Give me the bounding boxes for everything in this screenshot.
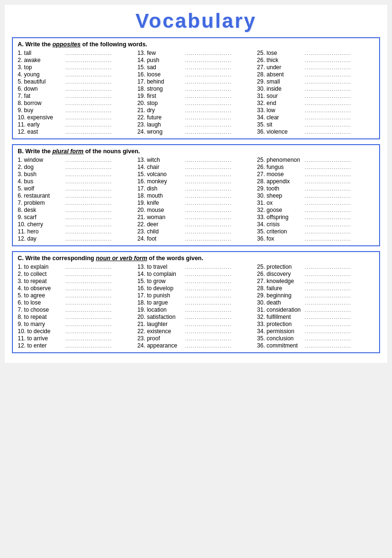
item-label: 36. violence [257, 128, 305, 135]
list-item: 36. commitment........................ [257, 342, 374, 349]
answer-dots: ........................ [305, 122, 351, 127]
section-c-title: C. Write the corresponding noun or verb … [18, 255, 374, 262]
list-item: 16. monkey........................ [138, 178, 255, 185]
answer-dots: ........................ [65, 321, 112, 327]
answer-dots: ........................ [305, 278, 351, 284]
item-label: 10. to decide [18, 328, 65, 335]
list-item: 3. top........................ [18, 64, 135, 71]
answer-dots: ........................ [185, 307, 232, 313]
answer-dots: ........................ [185, 328, 232, 334]
list-item: 35. criterion........................ [257, 228, 374, 235]
list-item: 28. absent........................ [257, 71, 374, 78]
list-item: 4. bus........................ [18, 178, 135, 185]
list-item: 23. proof........................ [138, 335, 255, 342]
list-item: 7. fat........................ [18, 93, 135, 99]
answer-dots: ........................ [185, 107, 232, 113]
list-item: 31. consideration.......................… [257, 306, 374, 313]
answer-dots: ........................ [65, 186, 112, 191]
section-c-col1: 1. to explain........................2. … [18, 263, 135, 349]
list-item: 25. lose........................ [257, 50, 374, 56]
answer-dots: ........................ [305, 129, 351, 135]
item-label: 33. offspring [257, 214, 305, 221]
answer-dots: ........................ [65, 343, 112, 348]
item-label: 26. thick [257, 57, 305, 63]
answer-dots: ........................ [185, 214, 232, 220]
answer-dots: ........................ [305, 336, 351, 341]
answer-dots: ........................ [185, 264, 232, 270]
answer-dots: ........................ [185, 164, 232, 170]
answer-dots: ........................ [65, 307, 112, 313]
item-label: 23. child [138, 228, 185, 235]
item-label: 22. future [138, 114, 185, 121]
answer-dots: ........................ [305, 285, 351, 291]
item-label: 1. tall [18, 50, 65, 56]
answer-dots: ........................ [65, 179, 112, 184]
section-a-col1: 1. tall........................2. awake.… [18, 50, 135, 136]
answer-dots: ........................ [305, 328, 351, 334]
answer-dots: ........................ [65, 271, 112, 277]
answer-dots: ........................ [65, 72, 112, 77]
list-item: 24. appearance........................ [138, 342, 255, 349]
answer-dots: ........................ [185, 64, 232, 70]
item-label: 25. phenomenon [257, 157, 305, 163]
answer-dots: ........................ [305, 293, 351, 298]
section-a-grid: 1. tall........................2. awake.… [18, 50, 374, 136]
answer-dots: ........................ [65, 293, 112, 298]
section-b-grid: 1. window........................2. dog.… [18, 157, 374, 242]
list-item: 30. death........................ [257, 299, 374, 306]
list-item: 10. cherry........................ [18, 221, 135, 228]
answer-dots: ........................ [185, 300, 232, 305]
list-item: 27. under........................ [257, 64, 374, 71]
item-label: 27. moose [257, 171, 305, 178]
answer-dots: ........................ [305, 321, 351, 327]
item-label: 12. to enter [18, 342, 65, 349]
answer-dots: ........................ [65, 122, 112, 127]
list-item: 34. clear........................ [257, 114, 374, 121]
list-item: 20. stop........................ [138, 100, 255, 106]
item-label: 6. down [18, 85, 65, 92]
list-item: 27. moose........................ [257, 171, 374, 178]
list-item: 14. chair........................ [138, 164, 255, 170]
answer-dots: ........................ [65, 57, 112, 63]
item-label: 28. appendix [257, 178, 305, 185]
item-label: 21. laughter [138, 321, 185, 327]
answer-dots: ........................ [305, 221, 351, 227]
list-item: 19. location........................ [138, 306, 255, 313]
item-label: 32. goose [257, 207, 305, 213]
answer-dots: ........................ [185, 93, 232, 99]
answer-dots: ........................ [305, 314, 351, 320]
item-label: 15. volcano [138, 171, 185, 178]
answer-dots: ........................ [65, 214, 112, 220]
answer-dots: ........................ [185, 321, 232, 327]
item-label: 9. to marry [18, 321, 65, 327]
list-item: 13. to travel........................ [138, 263, 255, 270]
item-label: 17. dish [138, 185, 185, 192]
item-label: 9. scarf [18, 214, 65, 221]
list-item: 22. existence........................ [138, 328, 255, 335]
item-label: 11. hero [18, 228, 65, 235]
item-label: 35. sit [257, 121, 305, 128]
list-item: 18. to argue........................ [138, 299, 255, 306]
section-c-col3: 25. protection........................26… [257, 263, 374, 349]
list-item: 15. to grow........................ [138, 278, 255, 284]
list-item: 3. to repeat........................ [18, 278, 135, 284]
list-item: 30. inside........................ [257, 85, 374, 92]
list-item: 33. low........................ [257, 107, 374, 114]
list-item: 17. to punish........................ [138, 292, 255, 299]
item-label: 2. awake [18, 57, 65, 63]
section-c: C. Write the corresponding noun or verb … [12, 251, 380, 353]
item-label: 7. to choose [18, 306, 65, 313]
answer-dots: ........................ [185, 122, 232, 127]
item-label: 22. deer [138, 221, 185, 228]
answer-dots: ........................ [65, 221, 112, 227]
answer-dots: ........................ [305, 79, 351, 84]
answer-dots: ........................ [65, 236, 112, 242]
item-label: 1. to explain [18, 263, 65, 270]
answer-dots: ........................ [185, 171, 232, 177]
item-label: 18. mouth [138, 192, 185, 199]
item-label: 25. lose [257, 50, 305, 56]
answer-dots: ........................ [185, 193, 232, 199]
list-item: 28. failure........................ [257, 285, 374, 292]
answer-dots: ........................ [65, 50, 112, 56]
item-label: 34. crisis [257, 221, 305, 228]
